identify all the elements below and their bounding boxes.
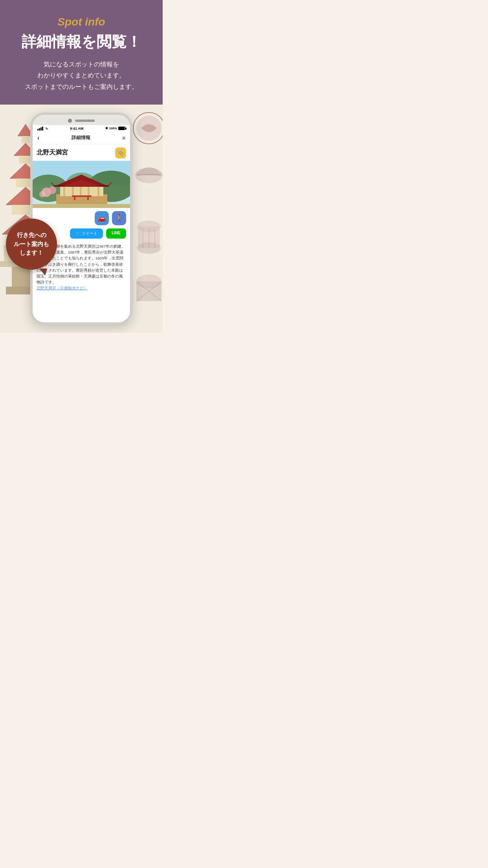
shrine-illustration <box>33 161 130 208</box>
status-bar: ∿ 9:41 AM ✱ 100% <box>33 125 130 132</box>
svg-rect-35 <box>72 186 74 196</box>
status-left: ∿ <box>37 127 48 131</box>
svg-rect-37 <box>88 186 90 196</box>
car-icon: 🚗 <box>97 214 106 223</box>
desc-line2: わかりやすくまとめています。 <box>37 72 125 79</box>
signal-bar-4 <box>42 127 43 131</box>
camera-area <box>68 119 95 123</box>
wifi-icon: ∿ <box>45 127 48 131</box>
phone-mockup: ∿ 9:41 AM ✱ 100% ‹ 詳細情報 ≡ <box>30 112 132 325</box>
twitter-share-button[interactable]: 🐦 ツイート <box>70 228 103 239</box>
bookmark-button[interactable]: 📎 <box>115 147 126 158</box>
signal-bar-2 <box>39 128 40 131</box>
svg-rect-34 <box>63 186 65 196</box>
signal-bar-3 <box>40 127 42 131</box>
svg-point-47 <box>39 191 46 197</box>
back-button[interactable]: ‹ <box>37 134 39 142</box>
spot-name: 北野天満宮 <box>37 149 68 157</box>
sub-description: 気になるスポットの情報を わかりやすくまとめています。 スポットまでのルートもご… <box>8 59 155 93</box>
svg-rect-38 <box>97 186 99 196</box>
svg-point-46 <box>48 186 56 194</box>
battery-tip <box>125 127 127 129</box>
main-heading: 詳細情報を閲覧！ <box>8 33 155 51</box>
bookmark-icon: 📎 <box>117 150 124 156</box>
phone-section: ∿ 9:41 AM ✱ 100% ‹ 詳細情報 ≡ <box>0 105 163 333</box>
menu-button[interactable]: ≡ <box>122 135 125 141</box>
callout-line3: します！ <box>20 249 43 256</box>
desc-line3: スポットまでのルートもご案内します。 <box>25 83 138 90</box>
line-label: LINE <box>112 231 121 235</box>
speaker-bar <box>75 120 95 122</box>
status-time: 9:41 AM <box>70 127 83 131</box>
status-right: ✱ 100% <box>105 127 125 130</box>
twitter-icon: 🐦 <box>75 231 80 235</box>
signal-bar-1 <box>37 129 39 131</box>
spot-info-title: Spot info <box>8 16 155 28</box>
bluetooth-icon: ✱ <box>105 127 108 130</box>
camera-dot <box>68 119 72 123</box>
phone-top-hardware <box>33 115 130 125</box>
shrine-image <box>33 161 130 208</box>
car-route-button[interactable]: 🚗 <box>95 211 109 225</box>
spot-name-row: 北野天満宮 📎 <box>33 144 130 161</box>
walk-route-button[interactable]: 🚶 <box>112 211 126 225</box>
line-share-button[interactable]: LINE <box>106 228 126 239</box>
svg-rect-48 <box>33 204 130 208</box>
twitter-label: ツイート <box>82 231 97 236</box>
svg-rect-44 <box>72 195 92 197</box>
battery-fill <box>119 127 125 130</box>
callout-text: 行き先への ルート案内も します！ <box>10 227 53 261</box>
svg-rect-36 <box>80 186 82 196</box>
callout-bubble: 行き先への ルート案内も します！ <box>6 219 57 270</box>
description-link[interactable]: 北野天満宮（京都観光ナビ） <box>37 286 88 290</box>
top-section: Spot info 詳細情報を閲覧！ 気になるスポットの情報を わかりやすくまと… <box>0 0 163 105</box>
app-nav-bar: ‹ 詳細情報 ≡ <box>33 132 130 144</box>
walk-icon: 🚶 <box>115 214 123 223</box>
svg-rect-1 <box>22 136 29 143</box>
signal-bars <box>37 127 43 131</box>
callout-line2: ルート案内も <box>14 241 49 247</box>
battery-icon <box>118 127 125 130</box>
callout-line1: 行き先への <box>17 232 46 238</box>
desc-line1: 気になるスポットの情報を <box>44 61 119 68</box>
nav-title: 詳細情報 <box>72 134 90 141</box>
battery-percent: 100% <box>109 127 117 130</box>
phone-screen: ∿ 9:41 AM ✱ 100% ‹ 詳細情報 ≡ <box>33 125 130 294</box>
